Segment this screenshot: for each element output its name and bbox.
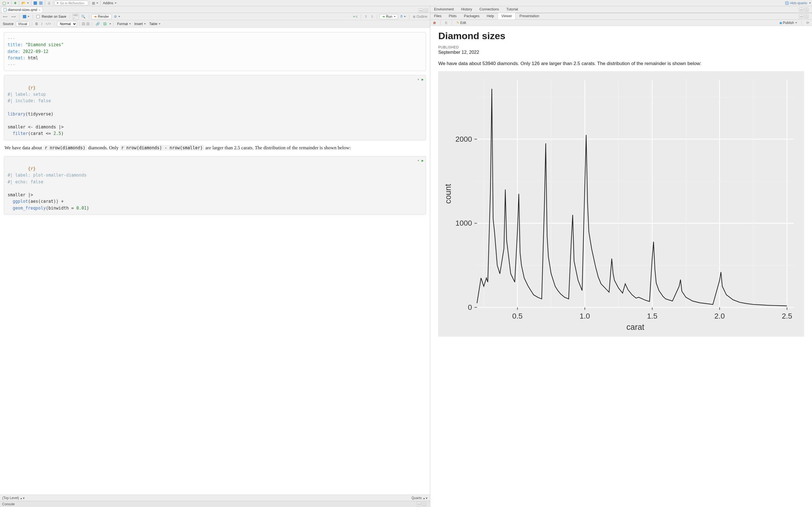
svg-text:2.5: 2.5 [782, 312, 792, 320]
viewer-toolbar: ⊘ ⎘ ✎ Edit ◉ Publish ⟳ [430, 20, 812, 26]
grid-icon[interactable]: ▦ [91, 1, 99, 5]
clear-viewer-icon[interactable]: ⊘ [432, 20, 437, 25]
svg-text:1.5: 1.5 [647, 312, 658, 320]
tab-presentation[interactable]: Presentation [516, 13, 543, 19]
tab-history[interactable]: History [458, 6, 476, 13]
print-icon[interactable]: 🖨 [46, 1, 52, 5]
new-project-icon[interactable]: ✚ [13, 1, 18, 5]
table-menu[interactable]: Table [148, 22, 161, 26]
addins-menu[interactable]: Addins [102, 1, 117, 5]
render-button[interactable]: ➔Render [91, 14, 111, 19]
viewer-body: Diamond sizes PUBLISHED September 12, 20… [430, 26, 812, 507]
tab-plots[interactable]: Plots [445, 13, 460, 19]
visual-mode-button[interactable]: Visual [16, 21, 29, 26]
run-next-icon[interactable]: ⇩ [370, 14, 375, 19]
save-all-icon[interactable] [38, 1, 44, 5]
yaml-frontmatter-block[interactable]: --- title: "Diamond sizes" date: 2022-09… [4, 32, 426, 71]
svg-text:0.5: 0.5 [512, 312, 523, 320]
published-label: PUBLISHED [438, 45, 804, 49]
outline-toggle[interactable]: ≣ Outline [412, 14, 428, 19]
nav-back-icon[interactable]: ⟸ [2, 14, 9, 19]
tab-connections[interactable]: Connections [476, 6, 503, 13]
upper-max-icon[interactable]: ◻ [804, 8, 809, 12]
run-chunk-icon[interactable]: ▶ [421, 158, 423, 163]
popout-icon[interactable]: ⎘ [444, 20, 448, 25]
run-chunk-icon[interactable]: ▶ [421, 77, 423, 82]
image-icon[interactable]: 🖼 [102, 22, 108, 26]
format-menu[interactable]: Format [116, 22, 132, 26]
svg-rect-0 [477, 80, 794, 307]
prose-paragraph[interactable]: We have data about r nrow(diamonds) diam… [4, 144, 425, 152]
new-file-icon[interactable]: ◯ [1, 1, 10, 5]
viewer-paragraph: We have data about 53940 diamonds. Only … [438, 60, 804, 67]
file-tab-label: diamond-sizes.qmd [8, 8, 37, 12]
numbered-list-icon[interactable] [86, 22, 90, 25]
qmd-file-icon [4, 8, 6, 11]
tab-packages[interactable]: Packages [460, 13, 483, 19]
console-bar[interactable]: Console ▭ ◻ [0, 501, 430, 507]
upper-right-tabs: Environment History Connections Tutorial… [430, 6, 812, 13]
project-selector[interactable]: r4ds-quarto [785, 1, 811, 5]
svg-text:1.0: 1.0 [580, 312, 590, 320]
minimize-pane-icon[interactable]: ▭ [419, 8, 423, 13]
tab-help[interactable]: Help [483, 13, 498, 19]
insert-menu[interactable]: Insert [133, 22, 147, 26]
goto-file-function[interactable]: ➤ Go to file/function [54, 1, 88, 5]
code-chunk-plot[interactable]: ▾▶{r} #| label: plot-smaller-diamonds #|… [4, 156, 426, 215]
main-toolbar: ◯ ✚ 📂 🖨 ➤ Go to file/function ▦ Addins r… [0, 0, 812, 6]
source-mode-button[interactable]: Source [2, 22, 15, 26]
tab-tutorial[interactable]: Tutorial [503, 6, 522, 13]
open-file-icon[interactable]: 📂 [20, 1, 30, 5]
lang-selector[interactable]: Quarto ▲▼ [412, 496, 428, 500]
file-tab-diamond-sizes[interactable]: diamond-sizes.qmd × [1, 7, 43, 13]
bullet-list-icon[interactable] [82, 22, 85, 25]
code-chunk-setup[interactable]: ▾▶{r} #| label: setup #| include: false … [4, 75, 426, 140]
tab-viewer[interactable]: Viewer [498, 13, 516, 19]
save-file-icon[interactable] [22, 15, 31, 18]
console-max-icon[interactable]: ◻ [422, 502, 426, 506]
style-selector[interactable]: Normal [57, 21, 77, 27]
italic-icon[interactable]: I [40, 22, 43, 26]
refresh-viewer-icon[interactable]: ⟳ [805, 20, 810, 25]
console-label: Console [2, 502, 15, 506]
publish-button[interactable]: ◉ Publish [778, 20, 798, 25]
svg-text:carat: carat [626, 323, 645, 332]
chunk-settings-icon[interactable]: ⥁ [399, 14, 407, 19]
lower-min-icon[interactable]: ▭ [799, 14, 804, 18]
svg-text:count: count [444, 184, 453, 204]
editor-toolbar-1: ⟸ ⟹ Render on Save ABC✓ 🔍 ➔Render ⚙ +C ⇧… [0, 13, 430, 20]
run-button[interactable]: ➔Run [379, 14, 398, 19]
freqpoly-chart: 0.51.01.52.02.5010002000countcarat [438, 71, 804, 336]
edit-button[interactable]: ✎ Edit [455, 20, 467, 25]
run-above-icon[interactable]: ▾ [417, 77, 419, 82]
run-above-icon[interactable]: ▾ [417, 158, 419, 163]
render-settings-icon[interactable]: ⚙ [113, 14, 121, 19]
render-on-save-toggle[interactable]: Render on Save [35, 14, 67, 19]
upper-min-icon[interactable]: ▭ [799, 8, 804, 12]
svg-text:2.0: 2.0 [714, 312, 725, 320]
link-icon[interactable]: 🔗 [94, 22, 101, 26]
file-tab-bar: diamond-sizes.qmd × ▭ ◻ [0, 6, 430, 13]
editor-body[interactable]: --- title: "Diamond sizes" date: 2022-09… [0, 27, 430, 495]
scope-selector[interactable]: (Top Level) ▲▼ [2, 496, 25, 500]
console-min-icon[interactable]: ▭ [416, 502, 421, 506]
close-tab-icon[interactable]: × [39, 8, 40, 11]
tab-environment[interactable]: Environment [430, 6, 457, 13]
insert-chunk-icon[interactable]: +C [352, 14, 359, 19]
viewer-title: Diamond sizes [438, 31, 804, 41]
code-icon[interactable]: </> [45, 22, 52, 26]
nav-forward-icon[interactable]: ⟹ [10, 14, 17, 19]
svg-text:2000: 2000 [456, 135, 472, 144]
save-icon[interactable] [33, 1, 38, 5]
lower-max-icon[interactable]: ◻ [804, 14, 809, 18]
spellcheck-icon[interactable]: ABC✓ [72, 13, 79, 20]
goto-arrow-icon: ➤ [56, 1, 59, 5]
editor-toolbar-2: Source Visual B I </> Normal 🔗 🖼 Format … [0, 20, 430, 27]
find-icon[interactable]: 🔍 [80, 14, 87, 19]
maximize-pane-icon[interactable]: ◻ [424, 8, 428, 13]
project-cube-icon [785, 1, 789, 5]
tab-files[interactable]: Files [430, 13, 445, 19]
bold-icon[interactable]: B [35, 22, 39, 26]
run-prev-icon[interactable]: ⇧ [363, 14, 368, 19]
svg-text:0: 0 [468, 303, 472, 312]
